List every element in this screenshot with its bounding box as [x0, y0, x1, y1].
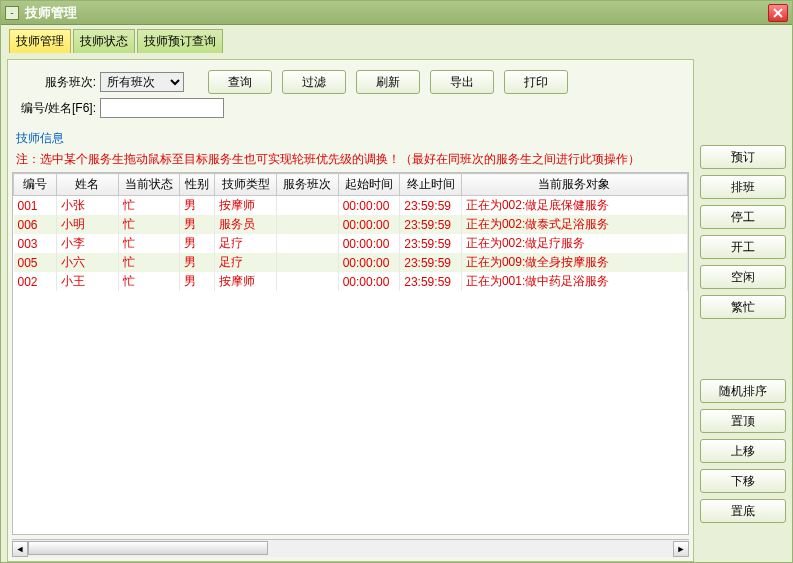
table-cell	[276, 215, 338, 234]
table-cell: 小明	[57, 215, 119, 234]
window-title: 技师管理	[25, 4, 768, 22]
table-cell: 00:00:00	[338, 196, 400, 216]
scroll-left-arrow[interactable]: ◄	[12, 541, 28, 557]
table-cell: 00:00:00	[338, 234, 400, 253]
side-panel: 预订 排班 停工 开工 空闲 繁忙 随机排序 置顶 上移 下移 置底	[700, 59, 786, 562]
table-row[interactable]: 005小六忙男足疗00:00:0023:59:59正在为009:做全身按摩服务	[14, 253, 688, 272]
table-cell: 忙	[118, 234, 180, 253]
col-header[interactable]: 服务班次	[276, 174, 338, 196]
col-header[interactable]: 性别	[180, 174, 215, 196]
refresh-button[interactable]: 刷新	[356, 70, 420, 94]
schedule-button[interactable]: 排班	[700, 175, 786, 199]
col-header[interactable]: 当前状态	[118, 174, 180, 196]
table-cell: 小六	[57, 253, 119, 272]
start-work-button[interactable]: 开工	[700, 235, 786, 259]
table-cell: 小王	[57, 272, 119, 291]
table-cell: 忙	[118, 253, 180, 272]
col-header[interactable]: 终止时间	[400, 174, 462, 196]
print-button[interactable]: 打印	[504, 70, 568, 94]
shift-label: 服务班次:	[16, 74, 96, 91]
table-row[interactable]: 002小王忙男按摩师00:00:0023:59:59正在为001:做中药足浴服务	[14, 272, 688, 291]
move-top-button[interactable]: 置顶	[700, 409, 786, 433]
table-cell: 正在为002:做足疗服务	[461, 234, 687, 253]
table-row[interactable]: 003小李忙男足疗00:00:0023:59:59正在为002:做足疗服务	[14, 234, 688, 253]
table-cell: 服务员	[215, 215, 277, 234]
table-cell: 小李	[57, 234, 119, 253]
table-cell	[276, 234, 338, 253]
table-cell: 00:00:00	[338, 215, 400, 234]
col-header[interactable]: 编号	[14, 174, 57, 196]
scroll-track[interactable]	[28, 541, 673, 557]
table-cell: 23:59:59	[400, 253, 462, 272]
col-header[interactable]: 当前服务对象	[461, 174, 687, 196]
busy-button[interactable]: 繁忙	[700, 295, 786, 319]
table-row[interactable]: 006小明忙男服务员00:00:0023:59:59正在为002:做泰式足浴服务	[14, 215, 688, 234]
table-cell: 正在为001:做中药足浴服务	[461, 272, 687, 291]
close-button[interactable]	[768, 4, 788, 22]
table-cell: 00:00:00	[338, 253, 400, 272]
scroll-right-arrow[interactable]: ►	[673, 541, 689, 557]
technician-table: 编号姓名当前状态性别技师类型服务班次起始时间终止时间当前服务对象 001小张忙男…	[13, 173, 688, 291]
table-cell: 00:00:00	[338, 272, 400, 291]
table-cell	[276, 196, 338, 216]
tab-technician-manage[interactable]: 技师管理	[9, 29, 71, 53]
table-cell	[276, 272, 338, 291]
table-cell: 003	[14, 234, 57, 253]
table-cell: 005	[14, 253, 57, 272]
horizontal-scrollbar[interactable]: ◄ ►	[12, 539, 689, 557]
stop-work-button[interactable]: 停工	[700, 205, 786, 229]
table-cell: 忙	[118, 272, 180, 291]
tabs: 技师管理 技师状态 技师预订查询	[1, 25, 792, 53]
table-cell: 足疗	[215, 253, 277, 272]
table-cell	[276, 253, 338, 272]
col-header[interactable]: 姓名	[57, 174, 119, 196]
move-down-button[interactable]: 下移	[700, 469, 786, 493]
table-container[interactable]: 编号姓名当前状态性别技师类型服务班次起始时间终止时间当前服务对象 001小张忙男…	[12, 172, 689, 535]
idle-button[interactable]: 空闲	[700, 265, 786, 289]
table-cell: 男	[180, 272, 215, 291]
table-cell: 忙	[118, 215, 180, 234]
filter-button[interactable]: 过滤	[282, 70, 346, 94]
tab-booking-query[interactable]: 技师预订查询	[137, 29, 223, 53]
shift-select[interactable]: 所有班次	[100, 72, 184, 92]
table-cell: 23:59:59	[400, 215, 462, 234]
table-cell: 按摩师	[215, 272, 277, 291]
table-cell: 23:59:59	[400, 272, 462, 291]
export-button[interactable]: 导出	[430, 70, 494, 94]
query-button[interactable]: 查询	[208, 70, 272, 94]
table-cell: 男	[180, 253, 215, 272]
note-text: 注：选中某个服务生拖动鼠标至目标服务生也可实现轮班优先级的调换！（最好在同班次的…	[16, 151, 685, 168]
table-cell: 忙	[118, 196, 180, 216]
table-cell: 23:59:59	[400, 234, 462, 253]
id-name-input[interactable]	[100, 98, 224, 118]
main-panel: 服务班次: 所有班次 查询 过滤 刷新 导出 打印 编号/姓名[F6]: 技师信…	[7, 59, 694, 562]
move-bottom-button[interactable]: 置底	[700, 499, 786, 523]
table-cell: 正在为002:做足底保健服务	[461, 196, 687, 216]
move-up-button[interactable]: 上移	[700, 439, 786, 463]
table-cell: 006	[14, 215, 57, 234]
random-sort-button[interactable]: 随机排序	[700, 379, 786, 403]
table-cell: 小张	[57, 196, 119, 216]
col-header[interactable]: 起始时间	[338, 174, 400, 196]
minimize-icon[interactable]: -	[5, 6, 19, 20]
table-cell: 男	[180, 234, 215, 253]
table-cell: 002	[14, 272, 57, 291]
table-cell: 23:59:59	[400, 196, 462, 216]
close-icon	[773, 8, 783, 18]
reserve-button[interactable]: 预订	[700, 145, 786, 169]
table-cell: 正在为009:做全身按摩服务	[461, 253, 687, 272]
table-cell: 男	[180, 196, 215, 216]
col-header[interactable]: 技师类型	[215, 174, 277, 196]
id-name-label: 编号/姓名[F6]:	[16, 100, 96, 117]
table-cell: 001	[14, 196, 57, 216]
table-cell: 足疗	[215, 234, 277, 253]
titlebar: - 技师管理	[1, 1, 792, 25]
table-cell: 男	[180, 215, 215, 234]
fieldset-label: 技师信息	[16, 130, 685, 147]
table-cell: 按摩师	[215, 196, 277, 216]
table-row[interactable]: 001小张忙男按摩师00:00:0023:59:59正在为002:做足底保健服务	[14, 196, 688, 216]
scroll-thumb[interactable]	[28, 541, 268, 555]
table-cell: 正在为002:做泰式足浴服务	[461, 215, 687, 234]
tab-technician-status[interactable]: 技师状态	[73, 29, 135, 53]
